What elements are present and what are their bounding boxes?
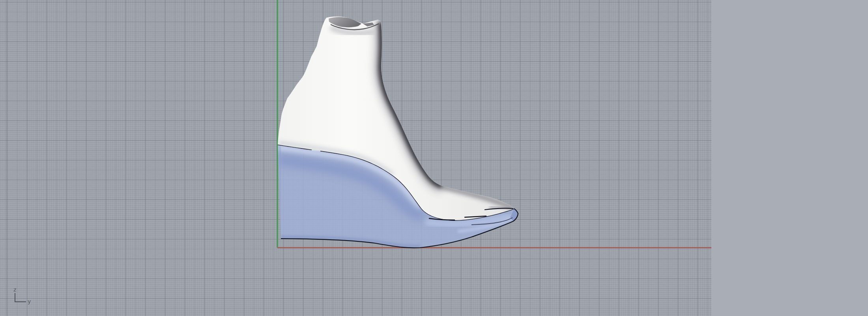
- scene-svg: z y: [0, 0, 868, 316]
- axis-gizmo: z y: [13, 286, 31, 305]
- gizmo-y-label: y: [28, 298, 31, 305]
- cad-viewport[interactable]: z y: [0, 0, 868, 316]
- gizmo-z-label: z: [13, 286, 16, 293]
- axis-gizmo-lines: [15, 293, 26, 302]
